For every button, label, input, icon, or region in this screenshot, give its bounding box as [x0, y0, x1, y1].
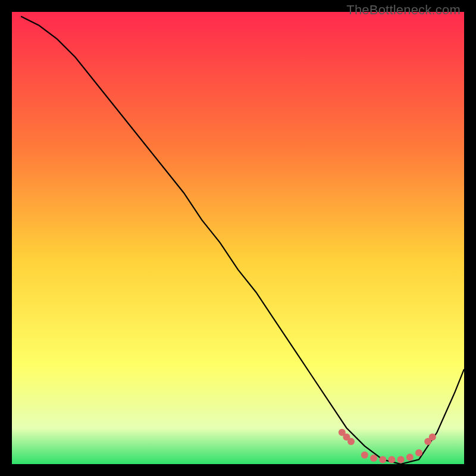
data-point — [347, 438, 355, 445]
data-point — [429, 433, 436, 440]
data-point — [361, 452, 368, 459]
data-point — [388, 456, 395, 463]
data-point — [415, 449, 422, 456]
chart-frame — [12, 12, 464, 464]
data-point — [406, 454, 414, 461]
chart-svg — [12, 12, 464, 464]
data-point — [370, 455, 377, 462]
data-point — [379, 456, 386, 463]
watermark-text: TheBottleneck.com — [346, 2, 461, 18]
gradient-background — [12, 12, 464, 464]
data-point — [397, 456, 405, 463]
